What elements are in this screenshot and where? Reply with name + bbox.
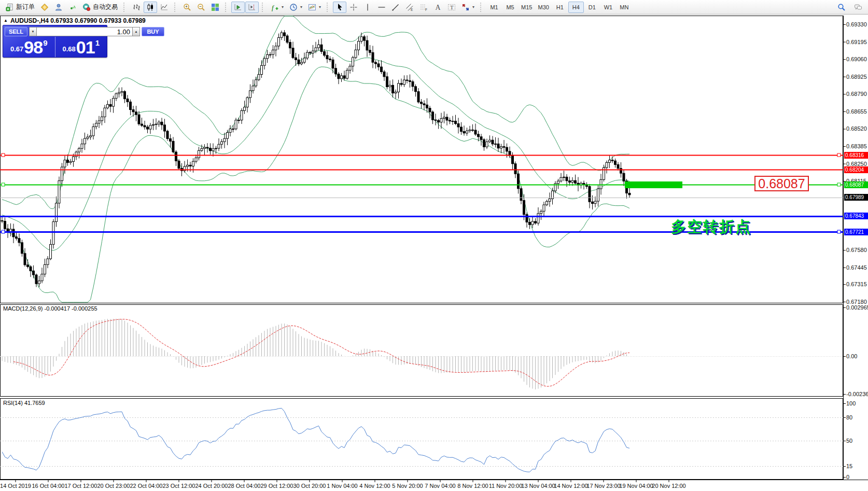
pane-border <box>1 305 843 397</box>
time-axis-label: 24 Oct 20:00 <box>195 483 228 489</box>
pane-separator[interactable] <box>0 396 843 398</box>
svg-text:f: f <box>272 3 275 11</box>
zoom-toolbar <box>180 2 222 13</box>
zoom-out-button[interactable] <box>194 2 208 13</box>
horizontal-line-button[interactable] <box>375 2 388 13</box>
vertical-line-button[interactable] <box>361 2 374 13</box>
price-callout[interactable]: 0.68087 <box>754 176 809 191</box>
volume-decrease-button[interactable]: ▼ <box>29 27 37 36</box>
support-line-2-handle[interactable] <box>2 230 5 233</box>
support-line-2-handle[interactable] <box>837 230 841 233</box>
macd-tick-label: 0.002965 <box>846 304 868 311</box>
trendline-button[interactable] <box>389 2 402 13</box>
periods-icon <box>289 3 298 11</box>
indicators-button[interactable]: f▾ <box>268 2 286 13</box>
templates-button[interactable]: ▾ <box>305 2 324 13</box>
time-axis-label: 28 Oct 04:00 <box>228 483 261 489</box>
zoom-in-button[interactable] <box>180 2 194 13</box>
timeframe-w1-button-label: W1 <box>604 4 613 10</box>
chart-canvas[interactable] <box>0 15 868 491</box>
tile-windows-button[interactable] <box>208 2 222 13</box>
new-order-button[interactable]: 新订单 <box>3 2 37 13</box>
timeframe-h1-button[interactable]: H1 <box>552 2 568 13</box>
community-button[interactable] <box>52 2 65 13</box>
price-tick-label: 0.69060 <box>846 56 867 62</box>
arrows-icon <box>461 3 470 11</box>
timeframe-m30-button[interactable]: M30 <box>535 2 551 13</box>
time-axis-label: 19 Nov 04:00 <box>619 483 653 489</box>
pivot-line-handle[interactable] <box>2 183 5 186</box>
volume-stepper: ▼ ▲ <box>29 27 140 36</box>
time-axis-label: 17 Nov 23:00 <box>586 483 620 489</box>
search-button[interactable] <box>835 2 848 13</box>
time-axis-label: 29 Oct 12:00 <box>261 483 293 489</box>
sell-price[interactable]: 0.67989 <box>3 37 55 57</box>
bar-chart-button[interactable] <box>130 2 143 13</box>
dropdown-arrow-icon[interactable]: ▾ <box>472 5 474 9</box>
volume-input[interactable] <box>37 27 132 36</box>
chart-shift-button[interactable] <box>245 2 259 13</box>
svg-text:A: A <box>436 4 441 11</box>
candlestick-chart-button[interactable] <box>144 2 157 13</box>
periods-button[interactable]: ▾ <box>287 2 305 13</box>
rsi-indicator-label: RSI(14) 41.7659 <box>3 400 45 406</box>
metaeditor-button[interactable] <box>38 2 51 13</box>
timeframe-m15-button-label: M15 <box>521 4 532 10</box>
toolbar-separator <box>123 3 127 12</box>
timeframe-d1-button[interactable]: D1 <box>584 2 600 13</box>
sell-button[interactable]: SELL <box>5 27 27 36</box>
symbol-ohlc: 0.67933 0.67990 0.67933 0.67989 <box>50 17 146 24</box>
pivot-line-handle[interactable] <box>837 183 841 186</box>
panel-collapse-toggle[interactable]: ▲ <box>4 18 8 23</box>
text-button[interactable]: A <box>431 2 444 13</box>
timeframe-h4-button[interactable]: H4 <box>568 2 584 13</box>
crosshair-button[interactable] <box>347 2 360 13</box>
line-chart-button[interactable] <box>158 2 171 13</box>
dropdown-arrow-icon[interactable]: ▾ <box>319 5 321 9</box>
auto-scroll-button[interactable] <box>231 2 245 13</box>
pivot-thick-segment[interactable] <box>625 181 682 188</box>
line-chart-icon <box>160 3 169 11</box>
timeframe-mn-button[interactable]: MN <box>617 2 632 13</box>
arrows-button[interactable]: ▾ <box>459 2 477 13</box>
time-axis-label: 30 Oct 20:00 <box>293 483 326 489</box>
dropdown-arrow-icon[interactable]: ▾ <box>300 5 302 9</box>
channel-icon: E <box>405 3 414 11</box>
toolbar-separator <box>262 3 265 12</box>
timeframe-h1-button-label: H1 <box>556 4 564 10</box>
toolbar-separator <box>174 3 177 12</box>
timeframe-h4-button-label: H4 <box>572 4 580 10</box>
pane-separator[interactable] <box>0 303 843 305</box>
timeframe-m1-button[interactable]: M1 <box>486 2 502 13</box>
dropdown-arrow-icon[interactable]: ▾ <box>282 5 284 9</box>
chat-icon <box>854 3 862 11</box>
text-label-button[interactable]: T <box>445 2 458 13</box>
timeframe-m15-button[interactable]: M15 <box>519 2 535 13</box>
chart-type-toolbar <box>130 2 171 13</box>
signals-button[interactable] <box>66 2 79 13</box>
cursor-button[interactable] <box>333 2 346 13</box>
volume-increase-button[interactable]: ▲ <box>132 27 140 36</box>
mt4-window: 新订单自动交易f▾▾▾EFAT▾M1M5M15M30H1H4D1W1MN ▲AU… <box>0 0 868 491</box>
svg-text:F: F <box>425 7 427 11</box>
time-axis-label: 22 Oct 04:00 <box>130 483 163 489</box>
candlestick-icon <box>146 3 155 11</box>
timeframe-m5-button[interactable]: M5 <box>502 2 518 13</box>
buy-button[interactable]: BUY <box>142 27 164 36</box>
fibonacci-button[interactable]: F <box>417 2 430 13</box>
channel-button[interactable]: E <box>403 2 416 13</box>
resistance-line-1-handle[interactable] <box>837 153 841 157</box>
vertical-line-icon <box>363 3 372 11</box>
buy-price[interactable]: 0.68011 <box>55 37 107 57</box>
autotrading-button[interactable]: 自动交易 <box>80 2 120 13</box>
toolbar-separator <box>480 3 483 12</box>
resistance-line-1-handle[interactable] <box>2 153 5 157</box>
timeframe-m30-button-label: M30 <box>538 4 549 10</box>
timeframe-d1-button-label: D1 <box>589 4 596 10</box>
chat-button[interactable] <box>851 2 865 13</box>
timeframe-w1-button[interactable]: W1 <box>600 2 616 13</box>
price-level-label: 0.68204 <box>844 166 868 173</box>
annotation-text[interactable]: 多空转折点 <box>671 217 751 237</box>
one-click-trading-panel: SELL ▼ ▲ BUY 0.67989 0.68011 <box>3 25 107 58</box>
time-axis-label: 17 Oct 12:00 <box>65 483 97 489</box>
